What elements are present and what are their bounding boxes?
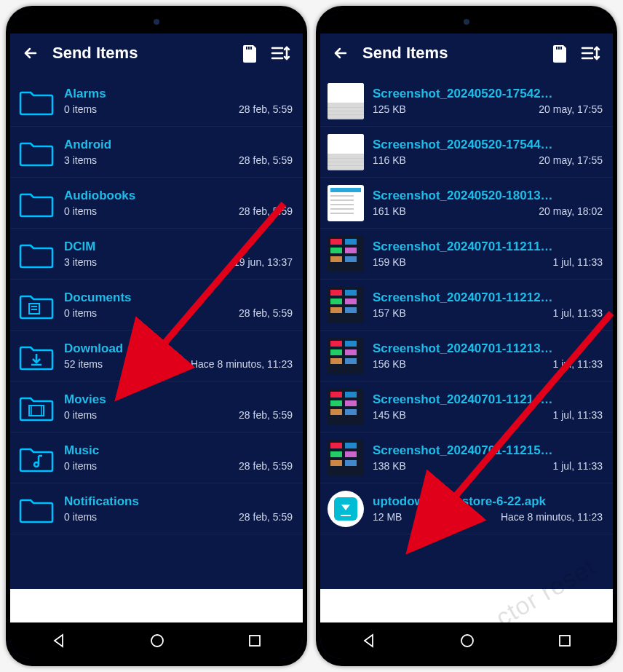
list-item[interactable]: Screenshot_20240701-11212… 157 KB 1 jul,… xyxy=(320,280,613,331)
item-name: Screenshot_20240701-11215… xyxy=(373,443,603,458)
item-name: Audiobooks xyxy=(64,189,293,203)
item-date: 20 may, 17:55 xyxy=(539,154,603,166)
item-name: Music xyxy=(64,443,293,458)
folder-icon xyxy=(17,82,55,120)
item-name: Screenshot_20240701-11213… xyxy=(373,341,603,356)
status-bar xyxy=(10,13,303,33)
list-item[interactable]: Screenshot_20240701-11213… 156 KB 1 jul,… xyxy=(320,331,613,382)
svg-rect-0 xyxy=(246,47,247,50)
item-sub: 145 KB xyxy=(373,409,406,421)
sd-card-icon[interactable] xyxy=(242,44,258,63)
list-item[interactable]: Android 3 items 28 feb, 5:59 xyxy=(10,127,303,178)
app-bar: Send Items xyxy=(320,33,613,76)
nav-back-icon[interactable] xyxy=(51,633,67,649)
back-icon[interactable] xyxy=(332,44,349,62)
item-name: Screenshot_20240701-11211… xyxy=(373,240,603,254)
list-item[interactable]: Screenshot_20240520-17544… 116 KB 20 may… xyxy=(320,127,613,178)
folder-icon xyxy=(17,235,55,273)
list-item[interactable]: Music 0 items 28 feb, 5:59 xyxy=(10,432,303,483)
item-date: 20 may, 18:02 xyxy=(539,205,603,217)
item-name: DCIM xyxy=(64,240,293,254)
list-item[interactable]: Screenshot_20240520-18013… 161 KB 20 may… xyxy=(320,178,613,229)
list-item[interactable]: Download 52 items Hace 8 minutos, 11:23 xyxy=(10,331,303,382)
page-title: Send Items xyxy=(362,44,539,63)
nav-back-icon[interactable] xyxy=(361,633,377,649)
item-date: 1 jul, 11:33 xyxy=(553,307,603,319)
item-name: Screenshot_20240520-17544… xyxy=(373,138,603,152)
item-sub: 0 items xyxy=(64,409,97,421)
item-sub: 125 KB xyxy=(373,103,406,115)
nav-home-icon[interactable] xyxy=(459,633,475,649)
item-name: Screenshot_20240520-17542… xyxy=(373,87,603,101)
item-sub: 159 KB xyxy=(373,256,406,268)
item-sub: 116 KB xyxy=(373,154,406,166)
item-date: Hace 8 minutos, 11:23 xyxy=(191,358,293,370)
nav-home-icon[interactable] xyxy=(149,633,165,649)
thumbnail xyxy=(328,83,364,119)
folder-icon xyxy=(17,337,55,375)
item-sub: 0 items xyxy=(64,511,97,523)
svg-rect-15 xyxy=(560,47,562,50)
nav-recent-icon[interactable] xyxy=(557,633,572,648)
folder-icon xyxy=(17,184,55,222)
svg-rect-2 xyxy=(250,47,252,50)
item-date: Hace 8 minutos, 11:23 xyxy=(501,511,603,523)
svg-rect-17 xyxy=(560,636,570,646)
item-name: Screenshot_20240701-11214… xyxy=(373,392,603,407)
svg-point-16 xyxy=(461,635,473,647)
item-sub: 0 items xyxy=(64,307,97,319)
list-item[interactable]: Notifications 0 items 28 feb, 5:59 xyxy=(10,483,303,534)
item-sub: 52 items xyxy=(64,358,103,370)
list-item[interactable]: Screenshot_20240520-17542… 125 KB 20 may… xyxy=(320,76,613,127)
list-item[interactable]: Screenshot_20240701-11215… 138 KB 1 jul,… xyxy=(320,432,613,483)
list-item[interactable]: DCIM 3 items 19 jun, 13:37 xyxy=(10,229,303,280)
file-list[interactable]: Screenshot_20240520-17542… 125 KB 20 may… xyxy=(320,76,613,589)
svg-rect-13 xyxy=(556,47,557,50)
list-item[interactable]: Alarms 0 items 28 feb, 5:59 xyxy=(10,76,303,127)
list-item[interactable]: Audiobooks 0 items 28 feb, 5:59 xyxy=(10,178,303,229)
item-name: Android xyxy=(64,138,293,152)
status-bar xyxy=(320,13,613,33)
sort-icon[interactable] xyxy=(581,44,601,62)
item-date: 28 feb, 5:59 xyxy=(239,511,293,523)
thumbnail xyxy=(328,338,364,374)
folder-icon xyxy=(17,388,55,426)
list-item[interactable]: Screenshot_20240701-11214… 145 KB 1 jul,… xyxy=(320,382,613,432)
item-date: 28 feb, 5:59 xyxy=(239,409,293,421)
item-sub: 156 KB xyxy=(373,358,406,370)
bottom-bar xyxy=(10,589,303,622)
phone-left: Send Items Alarms 0 items 28 feb, 5:59 A… xyxy=(6,6,307,666)
nav-bar xyxy=(10,622,303,659)
svg-rect-12 xyxy=(250,636,260,646)
list-item[interactable]: Screenshot_20240701-11211… 159 KB 1 jul,… xyxy=(320,229,613,280)
list-item[interactable]: uptodown-app-store-6-22.apk 12 MB Hace 8… xyxy=(320,483,613,534)
folder-list[interactable]: Alarms 0 items 28 feb, 5:59 Android 3 it… xyxy=(10,76,303,589)
item-date: 1 jul, 11:33 xyxy=(553,358,603,370)
item-sub: 12 MB xyxy=(373,511,402,523)
thumbnail xyxy=(328,287,364,323)
item-name: Alarms xyxy=(64,87,293,101)
list-item[interactable]: Documents 0 items 28 feb, 5:59 xyxy=(10,280,303,331)
nav-recent-icon[interactable] xyxy=(247,633,262,648)
apk-icon xyxy=(328,491,364,527)
folder-icon xyxy=(17,286,55,324)
list-item[interactable]: Movies 0 items 28 feb, 5:59 xyxy=(10,382,303,432)
sort-icon[interactable] xyxy=(271,44,291,62)
item-sub: 138 KB xyxy=(373,460,406,472)
item-sub: 3 items xyxy=(64,154,97,166)
item-name: Download xyxy=(64,341,293,356)
svg-rect-14 xyxy=(558,47,560,50)
phone-right: Send Items Screenshot_20240520-17542… 12… xyxy=(316,6,617,666)
item-sub: 0 items xyxy=(64,460,97,472)
sd-card-icon[interactable] xyxy=(552,44,568,63)
folder-icon xyxy=(17,490,55,528)
item-date: 20 may, 17:55 xyxy=(539,103,603,115)
thumbnail xyxy=(328,440,364,476)
item-date: 1 jul, 11:33 xyxy=(553,256,603,268)
item-sub: 157 KB xyxy=(373,307,406,319)
back-icon[interactable] xyxy=(22,44,39,62)
thumbnail xyxy=(328,236,364,272)
svg-rect-1 xyxy=(248,47,250,50)
thumbnail xyxy=(328,389,364,425)
item-date: 28 feb, 5:59 xyxy=(239,103,293,115)
